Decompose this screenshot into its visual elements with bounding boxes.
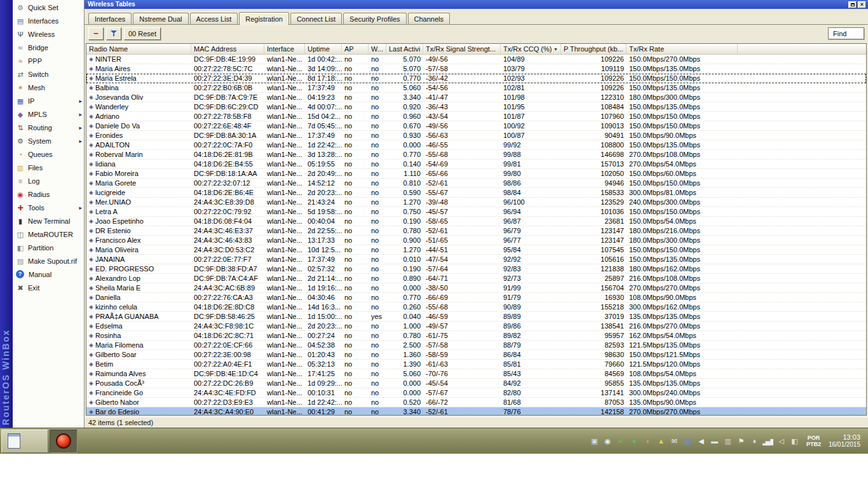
- tray-sound-icon[interactable]: ◁: [776, 436, 787, 447]
- table-row[interactable]: ◈Josevanda OlivDC:9F:DB:7A:C9:7Ewlan1-Ne…: [86, 93, 866, 102]
- table-row[interactable]: ◈kizinho celula04:18:D6:2E:8D:C8wlan1-Ne…: [86, 302, 866, 312]
- tray-usb-icon[interactable]: ♦: [749, 436, 760, 447]
- table-row[interactable]: ◈DR Estenio24:A4:3C:46:E3:37wlan1-Ne...2…: [86, 226, 866, 236]
- filter-button[interactable]: [106, 27, 121, 40]
- table-row[interactable]: ◈Giberto Nabor00:27:22:D3:E9:E3wlan1-Ne.…: [86, 398, 866, 407]
- sidebar-item-ip[interactable]: ▦ IP ▸: [13, 94, 84, 107]
- sidebar-item-queues[interactable]: ◔ Queues: [13, 147, 84, 161]
- sidebar-item-ppp[interactable]: ≈ PPP: [13, 54, 84, 67]
- table-row[interactable]: ◈Edselma24:A4:3C:F8:98:1Cwlan1-Ne...2d 2…: [86, 322, 866, 331]
- sidebar-item-mesh[interactable]: ✶ Mesh: [13, 81, 84, 94]
- sidebar-item-radius[interactable]: ◉ Radius: [13, 187, 84, 201]
- sidebar-item-log[interactable]: ≡ Log: [13, 174, 84, 187]
- table-row[interactable]: ◈Maria Gorete00:27:22:32:07:12wlan1-Ne..…: [86, 179, 866, 188]
- sidebar-item-new-terminal[interactable]: ▮ New Terminal: [13, 214, 84, 227]
- tray-camera-icon[interactable]: ◉: [602, 436, 613, 447]
- column-header-w[interactable]: W...: [369, 44, 386, 54]
- table-row[interactable]: ◈Mer.UNIAO24:A4:3C:E8:39:D8wlan1-Ne...21…: [86, 198, 866, 207]
- sidebar-item-quick-set[interactable]: ⚙ Quick Set: [13, 1, 84, 14]
- table-row[interactable]: ◈Francineide Go24:A4:3C:4E:FD:FDwlan1-Ne…: [86, 388, 866, 398]
- sidebar-item-system[interactable]: ⚙ System ▸: [13, 134, 84, 147]
- table-row[interactable]: ◈lidiana04:18:D6:2E:B4:55wlan1-Ne...05:1…: [86, 159, 866, 169]
- language-indicator[interactable]: POR PTB2: [804, 435, 824, 447]
- tray-mail-icon[interactable]: ✉: [669, 436, 680, 447]
- table-row[interactable]: ◈Maria Aires00:27:22:78:5C:7Cwlan1-Ne...…: [86, 64, 866, 74]
- tab-channels[interactable]: Channels: [408, 13, 450, 25]
- table-row[interactable]: ◈lucigreide04:18:D6:2E:B6:4Ewlan1-Ne...2…: [86, 188, 866, 198]
- clock[interactable]: 13:03 16/01/2015: [827, 433, 865, 449]
- column-header-p-throughput-kb[interactable]: P Throughput (kb...: [561, 44, 627, 54]
- column-header-mac-address[interactable]: MAC Address: [191, 44, 264, 54]
- table-row[interactable]: ◈Rosinha04:18:D6:2C:8C:71wlan1-Ne...00:2…: [86, 331, 866, 341]
- taskbar-button-files[interactable]: [1, 430, 48, 453]
- column-header-radio-name[interactable]: Radio Name: [86, 44, 191, 54]
- tray-signal-icon[interactable]: ▂▄▆: [763, 436, 773, 447]
- table-row[interactable]: ◈Maria Oliveira24:A4:3C:D0:53:C2wlan1-Ne…: [86, 245, 866, 255]
- column-header-tx-rx-rate[interactable]: Tx/Rx Rate: [627, 44, 738, 54]
- tab-security-profiles[interactable]: Security Profiles: [343, 13, 406, 25]
- remove-entry-button[interactable]: −: [88, 27, 104, 40]
- tab-access-list[interactable]: Access List: [190, 13, 238, 25]
- table-row[interactable]: ◈Balbina00:27:22:B0:6B:0Bwlan1-Ne...17:3…: [86, 83, 866, 93]
- sidebar-item-manual[interactable]: ? Manual: [13, 268, 84, 281]
- column-header-ap[interactable]: AP: [342, 44, 369, 54]
- column-header-uptime[interactable]: Uptime: [305, 44, 342, 54]
- sidebar-item-metarouter[interactable]: ◫ MetaROUTER: [13, 227, 84, 241]
- column-header-interface[interactable]: Interface: [264, 44, 305, 54]
- table-row[interactable]: ◈Joao Espetinho04:18:D6:08:F4:04wlan1-Ne…: [86, 217, 866, 226]
- tab-registration[interactable]: Registration: [239, 12, 289, 25]
- table-row[interactable]: ◈Maria Filomena00:27:22:0E:CF:66wlan1-Ne…: [86, 341, 866, 350]
- tray-flag-icon[interactable]: ⚑: [736, 436, 747, 447]
- table-row[interactable]: ◈NINTERDC:9F:DB:4E:19:99wlan1-Ne...1d 00…: [86, 55, 866, 64]
- tray-volume-icon[interactable]: ◀: [696, 436, 707, 447]
- table-row[interactable]: ◈Sheila Maria E24:A4:3C:AC:6B:89wlan1-Ne…: [86, 283, 866, 293]
- table-row[interactable]: ◈Maria Estrela00:27:22:3E:D4:39wlan1-Ne.…: [86, 74, 866, 83]
- table-row[interactable]: ◈ADAILTON00:27:22:0C:7A:F0wlan1-Ne...1d …: [86, 140, 866, 150]
- table-row[interactable]: ◈WanderleyDC:9F:DB:6C:29:CDwlan1-Ne...4d…: [86, 102, 866, 112]
- tray-antivirus-icon[interactable]: ✔: [616, 436, 627, 447]
- tray-java-icon[interactable]: ◗: [642, 436, 653, 447]
- table-row[interactable]: ◈Pousada CocÃ³00:27:22:DC:26:B9wlan1-Ne.…: [86, 379, 866, 388]
- table-row[interactable]: ◈ED. PROGRESSODC:9F:DB:38:FD:A7wlan1-Ne.…: [86, 264, 866, 274]
- table-row[interactable]: ◈Alexandro LopDC:9F:DB:7A:C4:AFwlan1-Ne.…: [86, 274, 866, 283]
- table-row[interactable]: ◈Fabio MoreiraDC:9F:DB:18:1A:AAwlan1-Ne.…: [86, 169, 866, 179]
- reset-counters-button[interactable]: 00 Reset: [124, 27, 161, 40]
- table-row[interactable]: ◈Francisco Alex24:A4:3C:46:43:83wlan1-Ne…: [86, 236, 866, 245]
- sidebar-item-interfaces[interactable]: ▤ Interfaces: [13, 14, 84, 27]
- find-button[interactable]: Find: [828, 27, 864, 39]
- column-header-tx-rx-ccq[interactable]: Tx/Rx CCQ (%)▼: [501, 44, 561, 54]
- tab-nstreme-dual[interactable]: Nstreme Dual: [133, 13, 188, 25]
- sidebar-item-routing[interactable]: ⇅ Routing ▸: [13, 121, 84, 134]
- sidebar-item-files[interactable]: ▥ Files: [13, 161, 84, 174]
- table-row[interactable]: ◈Roberval Marin04:18:D6:2E:81:9Bwlan1-Ne…: [86, 150, 866, 159]
- tray-monitor-icon[interactable]: ▬: [709, 436, 720, 447]
- taskbar-button-winbox[interactable]: [50, 430, 78, 453]
- tray-warning-icon[interactable]: ▲: [656, 436, 667, 447]
- table-row[interactable]: ◈EronidesDC:9F:DB:8A:30:1Awlan1-Ne...17:…: [86, 131, 866, 140]
- column-header-tx-rx-signal-strengt[interactable]: Tx/Rx Signal Strengt...: [423, 44, 501, 54]
- table-row[interactable]: ◈Daniella00:27:22:76:CA:A3wlan1-Ne...04:…: [86, 293, 866, 302]
- tab-connect-list[interactable]: Connect List: [290, 13, 342, 25]
- sidebar-item-exit[interactable]: ✖ Exit: [13, 281, 84, 294]
- tab-interfaces[interactable]: Interfaces: [88, 13, 132, 25]
- tray-update-icon[interactable]: ●: [629, 436, 640, 447]
- table-row[interactable]: ◈Bar do Edesio24:A4:3C:A4:90:E0wlan1-Ne.…: [86, 407, 866, 416]
- sidebar-item-wireless[interactable]: Ψ Wireless: [13, 27, 84, 41]
- sidebar-item-switch[interactable]: ⇄ Switch: [13, 67, 84, 81]
- table-row[interactable]: ◈Raimunda AlvesDC:9F:DB:4E:1D:C4wlan1-Ne…: [86, 369, 866, 379]
- table-row[interactable]: ◈Daniele Do Va00:27:22:6E:48:4Fwlan1-Ne.…: [86, 121, 866, 131]
- table-row[interactable]: ◈Letra A00:27:22:0C:79:92wlan1-Ne...5d 1…: [86, 207, 866, 217]
- table-row[interactable]: ◈Gilberto Soar00:27:22:3E:00:98wlan1-Ne.…: [86, 350, 866, 360]
- table-row[interactable]: ◈Betim00:27:22:A0:4E:F1wlan1-Ne...05:32:…: [86, 360, 866, 369]
- table-row[interactable]: ◈JANAINA00:27:22:0E:77:F7wlan1-Ne...17:3…: [86, 255, 866, 264]
- table-row[interactable]: ◈Adriano00:27:22:78:5B:F8wlan1-Ne...15d …: [86, 112, 866, 121]
- close-window-button[interactable]: ×: [858, 1, 866, 8]
- tray-network-icon[interactable]: ▦: [682, 436, 693, 447]
- tray-tasks-icon[interactable]: ◧: [789, 436, 800, 447]
- tray-messenger-icon[interactable]: ▥: [722, 436, 733, 447]
- table-row[interactable]: ◈PRAÃ‡A GUANABADC:9F:DB:58:46:25wlan1-Ne…: [86, 312, 866, 322]
- tray-display-icon[interactable]: ▣: [589, 436, 600, 447]
- sidebar-item-make-supout-rif[interactable]: ▨ Make Supout.rif: [13, 254, 84, 268]
- restore-window-button[interactable]: [848, 1, 857, 8]
- column-header-last-activit[interactable]: Last Activit...: [386, 44, 423, 54]
